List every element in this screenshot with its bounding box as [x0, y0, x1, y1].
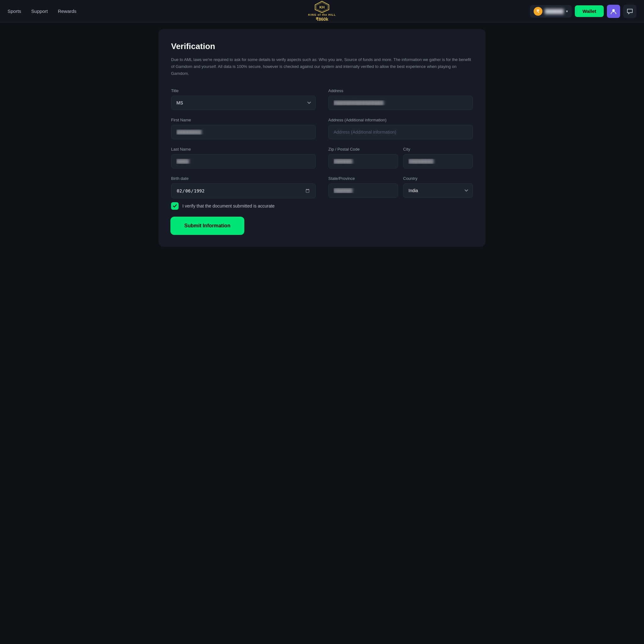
title-select[interactable]: MS MR MRS DR [171, 96, 316, 110]
form-grid: Title MS MR MRS DR First Name Last Name [171, 88, 473, 198]
form-description: Due to AML laws we're required to ask fo… [171, 56, 473, 77]
checkmark-icon [173, 204, 177, 208]
address-additional-group: Address (Additional information) [328, 118, 473, 139]
nav-sports[interactable]: Sports [8, 8, 21, 14]
avatar-button[interactable] [607, 5, 620, 18]
zip-group: Zip / Postal Code [328, 147, 398, 169]
birthdate-input[interactable] [171, 183, 316, 198]
nav-support[interactable]: Support [31, 8, 48, 14]
balance-display[interactable]: ₹ ██████ ▾ [530, 5, 572, 18]
verify-label: I verify that the document submitted is … [182, 203, 275, 208]
birthdate-label: Birth date [171, 176, 316, 181]
logo-icon: KH [314, 1, 330, 13]
zip-label: Zip / Postal Code [328, 147, 398, 152]
last-name-group: Last Name [171, 147, 316, 169]
main-content: Verification Due to AML laws we're requi… [0, 23, 644, 253]
avatar-icon [610, 8, 617, 15]
submit-button[interactable]: Submit Information [171, 217, 244, 234]
birthdate-group: Birth date [171, 176, 316, 198]
address-input[interactable] [328, 96, 473, 110]
city-input[interactable] [403, 154, 473, 169]
nav-right: ₹ ██████ ▾ Wallet [530, 5, 636, 18]
chevron-down-icon: ▾ [566, 9, 568, 14]
verification-card: Verification Due to AML laws we're requi… [158, 29, 486, 247]
zip-input[interactable] [328, 154, 398, 169]
title-label: Title [171, 88, 316, 93]
rupee-icon: ₹ [534, 7, 542, 16]
site-logo[interactable]: KH KING of the HILL ₹860k [308, 1, 336, 22]
logo-tagline: KING of the HILL [308, 13, 336, 17]
page-title: Verification [171, 42, 473, 51]
address-additional-input[interactable] [328, 125, 473, 139]
nav-left: Sports Support Rewards [8, 8, 76, 14]
verify-checkbox[interactable] [171, 202, 179, 210]
first-name-input[interactable] [171, 125, 316, 139]
balance-value: ██████ [545, 9, 564, 14]
chat-button[interactable] [623, 5, 636, 18]
state-country-row: State/Province Country India United Stat… [328, 176, 473, 198]
state-group: State/Province [328, 176, 398, 198]
date-input-wrapper [171, 183, 316, 198]
zip-city-row: Zip / Postal Code City [328, 147, 473, 169]
nav-rewards[interactable]: Rewards [58, 8, 76, 14]
city-label: City [403, 147, 473, 152]
state-label: State/Province [328, 176, 398, 181]
title-group: Title MS MR MRS DR [171, 88, 316, 110]
wallet-button[interactable]: Wallet [575, 5, 604, 17]
svg-point-3 [612, 9, 615, 12]
verify-checkbox-row: I verify that the document submitted is … [171, 202, 473, 210]
country-select[interactable]: India United States United Kingdom Austr… [403, 183, 473, 198]
address-additional-label: Address (Additional information) [328, 118, 473, 122]
last-name-label: Last Name [171, 147, 316, 152]
address-group: Address [328, 88, 473, 110]
chat-icon [627, 8, 633, 14]
country-group: Country India United States United Kingd… [403, 176, 473, 198]
navbar: Sports Support Rewards KH KING of the HI… [0, 0, 644, 23]
state-input[interactable] [328, 183, 398, 198]
address-label: Address [328, 88, 473, 93]
logo-amount: ₹860k [308, 17, 336, 22]
first-name-label: First Name [171, 118, 316, 122]
first-name-group: First Name [171, 118, 316, 139]
last-name-input[interactable] [171, 154, 316, 169]
city-group: City [403, 147, 473, 169]
svg-text:KH: KH [319, 5, 325, 9]
country-label: Country [403, 176, 473, 181]
